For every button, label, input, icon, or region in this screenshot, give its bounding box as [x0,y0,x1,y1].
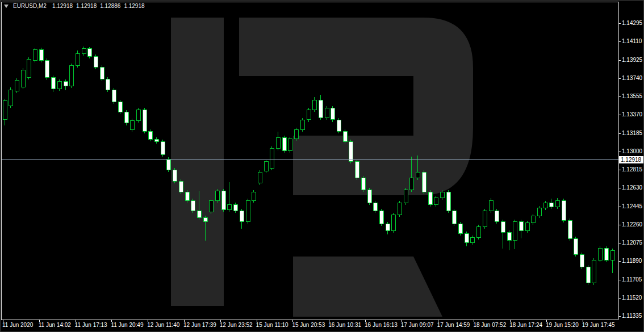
time-axis-label: 11 Jun 14:02 [39,322,71,329]
candle-body-up [434,198,438,205]
candle-body-down [166,159,170,170]
candle-body-down [173,170,177,181]
candle-body-down [574,238,578,254]
candle-body-up [246,201,250,222]
candle-body-up [483,211,487,226]
candle-body-up [300,120,304,129]
candle-body-down [604,249,608,260]
time-axis-label: 19 Jun 15:20 [546,322,579,329]
candle-body-down [331,108,334,120]
time-axis-label: 15 Jun 11:10 [256,322,288,329]
price-axis-label: 1.11520 [622,295,642,301]
candle-body-down [319,100,323,117]
candle-body-up [227,205,231,210]
current-price-label: 1.12918 [619,156,644,163]
candle-body-down [386,224,390,230]
candle-body-up [9,90,12,106]
time-axis-label: 17 Jun 09:07 [401,322,434,329]
candle-body-down [154,140,158,142]
candle-body-up [258,172,262,183]
candle-body-up [69,65,73,86]
symbol-dropdown-icon[interactable] [4,5,9,8]
price-axis-label: 1.13740 [622,75,642,82]
ohlc-open-value: 1.12918 [52,3,73,9]
candle-body-up [15,80,19,91]
candle-body-up [264,161,268,171]
candle-body-up [391,215,395,230]
candle-body-up [130,121,134,130]
candle-body-down [45,60,49,77]
candle-body-down [233,205,237,211]
candle-body-down [118,102,122,112]
candle-body-up [57,81,61,89]
time-axis-label: 15 Jun 20:53 [292,322,325,329]
price-axis-label: 1.12630 [622,184,642,191]
candle-body-down [112,90,116,102]
candle-body-up [416,172,420,178]
ohlc-low-value: 1.12886 [100,3,120,9]
candle-body-down [203,218,207,222]
candle-body-up [21,70,25,87]
candle-body-down [495,211,499,221]
candle-body-up [404,190,408,203]
candle-body-up [440,192,444,198]
chart-surface[interactable] [1,1,644,332]
price-axis-label: 1.12815 [622,166,642,173]
candle-body-up [76,53,80,65]
candle-body-up [136,110,140,121]
candle-body-down [221,191,225,210]
time-axis-label: 19 Jun 17:45 [582,322,615,329]
candle-body-up [312,100,316,110]
candle-body-down [361,178,365,190]
candle-body-up [288,138,292,150]
price-axis-label: 1.12075 [622,239,642,246]
time-axis-label: 12 Jun 11:40 [147,322,179,329]
candle-body-down [240,211,244,221]
candle-body-down [39,49,43,60]
price-axis-label: 1.14295 [622,20,642,27]
price-axis-label: 1.12445 [622,203,642,210]
price-axis-label: 1.13000 [622,148,642,155]
candle-body-down [179,181,183,192]
candle-body-up [398,203,402,215]
time-axis-label: 11 Jun 17:13 [75,322,107,329]
candle-body-down [191,201,195,211]
candle-body-up [470,237,474,242]
time-axis-label: 18 Jun 17:24 [509,322,542,329]
price-axis-label: 1.11890 [622,258,642,264]
candle-body-down [562,201,566,221]
price-axis-label: 1.14110 [622,38,642,45]
candle-body-up [215,191,219,201]
candle-body-up [531,216,535,222]
candle-body-up [3,101,7,120]
candle-body-down [367,190,371,203]
candle-body-down [507,233,511,241]
candle-body-down [580,254,584,267]
time-axis-label: 11 Jun 2020 [2,322,33,329]
candle-body-down [185,192,189,201]
chart-window: EURUSD,M2 1.12918 1.12918 1.12886 1.1291… [0,0,644,332]
candle-body-down [100,68,104,79]
candle-body-up [209,201,213,212]
candle-body-down [161,141,165,154]
candle-body-down [452,211,456,224]
time-axis-label: 16 Jun 16:13 [365,322,398,329]
candle-body-up [276,137,280,148]
candle-body-down [148,132,152,140]
candle-body-down [519,222,523,231]
candle-body-down [282,137,286,150]
candle-body-down [349,141,353,161]
price-axis-label: 1.11705 [622,276,642,283]
candle-body-up [409,178,413,190]
price-axis-label: 1.13185 [622,130,642,137]
candle-body-down [197,211,201,217]
candle-body-down [94,56,98,67]
chart-header: EURUSD,M2 1.12918 1.12918 1.12886 1.1291… [4,3,148,9]
candle-body-up [270,149,274,169]
candle-body-up [525,222,529,230]
candle-body-up [325,108,329,117]
time-axis-label: 12 Jun 23:52 [220,322,253,329]
candle-body-down [343,132,347,141]
candle-body-down [422,172,426,192]
candle-body-down [568,221,572,238]
